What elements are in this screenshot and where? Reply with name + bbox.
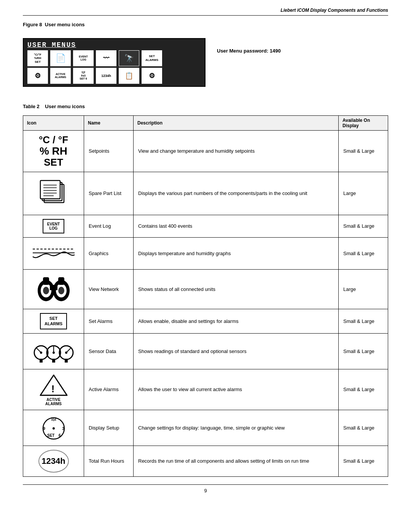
header-title: Liebert iCOM Display Components and Func… [280, 8, 388, 13]
user-menu-row2: ⚙ ACTIVEALARMS 1|29●3SET 6 1234h 📋 ⚙ [27, 68, 201, 84]
svg-text:3: 3 [62, 427, 64, 431]
name-network: View Network [84, 269, 134, 309]
desc-activealarms: Allows the user to view all current acti… [134, 369, 339, 410]
svg-rect-30 [65, 359, 68, 363]
svg-rect-29 [52, 359, 55, 363]
avail-activealarms: Small & Large [339, 369, 388, 410]
avail-displaysetup: Small & Large [339, 410, 388, 446]
svg-text:6: 6 [59, 433, 61, 438]
icon-cell-sensor [23, 333, 84, 369]
avail-setalarms: Small & Large [339, 309, 388, 333]
col-icon: Icon [23, 116, 84, 131]
svg-text:SET: SET [47, 433, 54, 438]
figure-label: Figure 8 User menu icons [23, 22, 85, 27]
svg-text:!: ! [51, 383, 54, 395]
svg-rect-2 [40, 181, 60, 199]
name-totalrun: Total Run Hours [84, 446, 134, 476]
menu-icon-totalrun: 1234h [96, 68, 116, 84]
name-setpoints: Setpoints [84, 131, 134, 172]
menu-icon-displaysetup: 1|29●3SET 6 [73, 68, 94, 84]
avail-totalrun: Small & Large [339, 446, 388, 476]
name-setalarms: Set Alarms [84, 309, 134, 333]
menu-icon-event: EVENTLOG [73, 50, 94, 66]
name-graphics: Graphics [84, 237, 134, 269]
icon-cell-activealarms: ! ACTIVEALARMS [23, 369, 84, 410]
svg-point-12 [43, 287, 49, 294]
desc-setpoints: View and change temperature and humidity… [134, 131, 339, 172]
set-alarms-icon: SETALARMS [40, 313, 67, 329]
page-header: Liebert iCOM Display Components and Func… [23, 8, 388, 16]
active-alarms-label: ACTIVEALARMS [45, 398, 62, 406]
table-row: Sensor Data Shows readings of standard a… [23, 333, 388, 369]
svg-point-37 [53, 427, 55, 430]
avail-sensor: Small & Large [339, 333, 388, 369]
setpoints-icon: °C / °F % RH SET [28, 134, 79, 168]
col-description: Description [134, 116, 339, 131]
avail-graphics: Small & Large [339, 237, 388, 269]
svg-rect-28 [40, 359, 43, 363]
total-run-hours-box: 1234h [38, 450, 69, 473]
svg-rect-16 [50, 285, 57, 290]
menu-icon-network: 🔭 [119, 50, 139, 66]
menu-icon-extra2: ⚙ [142, 68, 162, 84]
col-available: Available On Display [339, 116, 388, 131]
svg-text:9: 9 [43, 427, 45, 431]
icon-cell-graphics [23, 237, 84, 269]
svg-rect-17 [43, 277, 49, 285]
table-row: Graphics Displays temperature and humidi… [23, 237, 388, 269]
password-note: User Menu password: 1490 [217, 48, 281, 54]
total-run-icon: 1234h [28, 450, 79, 473]
desc-displaysetup: Change settings for display: language, t… [134, 410, 339, 446]
table-row: SETALARMS Set Alarms Allows enable, disa… [23, 309, 388, 333]
svg-rect-18 [58, 277, 64, 285]
name-event: Event Log [84, 215, 134, 237]
table-row: 1234h Total Run Hours Records the run ti… [23, 446, 388, 476]
active-alarms-icon: ! ACTIVEALARMS [28, 373, 79, 406]
menu-icon-setalarms: SETALARMS [142, 50, 162, 66]
desc-totalrun: Records the run time of all components a… [134, 446, 339, 476]
avail-network: Large [339, 269, 388, 309]
table-row: °C / °F % RH SET Setpoints View and chan… [23, 131, 388, 172]
avail-spare: Large [339, 172, 388, 215]
desc-sensor: Shows readings of standard and optional … [134, 333, 339, 369]
desc-graphics: Displays temperature and humidity graphs [134, 237, 339, 269]
sensor-data-icon [28, 337, 79, 365]
name-sensor: Sensor Data [84, 333, 134, 369]
name-displaysetup: Display Setup [84, 410, 134, 446]
page-footer: 9 [23, 484, 388, 494]
desc-network: Shows status of all connected units [134, 269, 339, 309]
icon-cell-network [23, 269, 84, 309]
spare-parts-icon [28, 176, 79, 211]
svg-point-15 [58, 287, 64, 294]
desc-event: Contains last 400 events [134, 215, 339, 237]
user-menu-title: USER MENUS [27, 41, 201, 49]
table-row: Spare Part List Displays the various par… [23, 172, 388, 215]
menu-icon-extra1: 📋 [119, 68, 139, 84]
menu-icon-setpoints: °C/°F%RHSET [27, 50, 48, 66]
avail-event: Small & Large [339, 215, 388, 237]
graphics-icon [28, 241, 79, 265]
name-activealarms: Active Alarms [84, 369, 134, 410]
svg-text:1|2: 1|2 [51, 417, 56, 421]
table-row: 1|2 9 3 SET 6 Display Setup Change setti… [23, 410, 388, 446]
menu-icon-graphics: 〰 [96, 50, 116, 66]
icon-cell-totalrun: 1234h [23, 446, 84, 476]
desc-spare: Displays the various part numbers of the… [134, 172, 339, 215]
icon-cell-spare [23, 172, 84, 215]
table-row: EVENTLOG Event Log Contains last 400 eve… [23, 215, 388, 237]
svg-line-27 [66, 348, 71, 353]
menu-icon-spare: 📄 [50, 50, 71, 66]
menu-icon-activealarms: ACTIVEALARMS [50, 68, 71, 84]
event-log-icon: EVENTLOG [43, 219, 64, 233]
svg-line-21 [37, 348, 41, 353]
menu-icon-sensor: ⚙ [27, 68, 48, 84]
avail-setpoints: Small & Large [339, 131, 388, 172]
icon-cell-event: EVENTLOG [23, 215, 84, 237]
page-number: 9 [204, 488, 207, 494]
col-name: Name [84, 116, 134, 131]
icon-cell-displaysetup: 1|2 9 3 SET 6 [23, 410, 84, 446]
user-menu-image: USER MENUS °C/°F%RHSET 📄 EVENTLOG 〰 🔭 SE… [23, 38, 206, 87]
user-menu-row1: °C/°F%RHSET 📄 EVENTLOG 〰 🔭 SETALARMS [27, 50, 201, 66]
name-spare: Spare Part List [84, 172, 134, 215]
user-menu-table: Icon Name Description Available On Displ… [23, 115, 388, 477]
